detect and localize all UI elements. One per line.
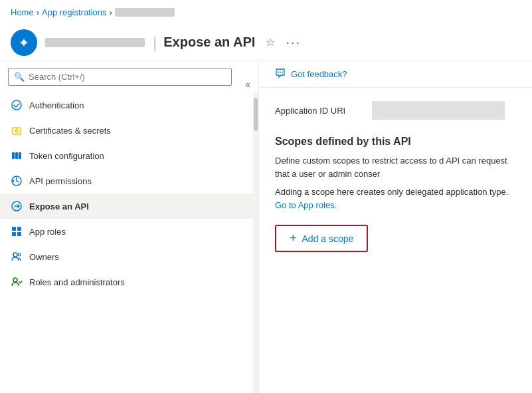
token-label: Token configuration (29, 151, 104, 161)
breadcrumb: Home › App registrations › (0, 0, 532, 24)
scopes-title: Scopes defined by this API (275, 136, 516, 148)
app-id-uri-row: Application ID URI (275, 101, 516, 120)
feedback-bar: Got feedback? (259, 61, 532, 88)
plus-icon: + (290, 231, 297, 245)
page-title: Expose an API (163, 35, 255, 50)
svg-point-3 (15, 130, 18, 132)
svg-rect-13 (17, 232, 21, 236)
svg-rect-4 (12, 152, 15, 159)
svg-rect-11 (17, 227, 21, 231)
breadcrumb-app-registrations[interactable]: App registrations (42, 7, 107, 17)
svg-point-17 (278, 72, 279, 73)
svg-rect-6 (19, 152, 21, 159)
nav-item-app-roles[interactable]: App roles (0, 219, 253, 244)
certificates-label: Certificates & secrets (29, 126, 111, 136)
feedback-icon (275, 68, 286, 80)
go-to-app-roles-link[interactable]: Go to App roles. (275, 200, 337, 210)
app-name-blur (45, 38, 145, 47)
add-scope-button[interactable]: + Add a scope (275, 225, 368, 252)
breadcrumb-home[interactable]: Home (11, 7, 34, 17)
app-icon (11, 29, 37, 56)
owners-label: Owners (29, 252, 59, 262)
nav-item-authentication[interactable]: Authentication (0, 92, 253, 118)
content-section: Application ID URI Scopes defined by thi… (259, 88, 532, 265)
api-permissions-label: API permissions (29, 176, 92, 186)
roles-admin-icon (11, 276, 23, 288)
owners-icon (11, 251, 23, 263)
pin-button[interactable]: ☆ (263, 33, 278, 51)
nav-item-token[interactable]: Token configuration (0, 143, 253, 168)
token-icon (11, 150, 23, 162)
svg-rect-12 (12, 232, 16, 236)
app-id-value (372, 101, 505, 120)
nav-list: Authentication Certificates & secrets (0, 92, 253, 393)
svg-rect-10 (12, 227, 16, 231)
feedback-text[interactable]: Got feedback? (291, 69, 347, 79)
collapse-button[interactable]: « (240, 76, 256, 92)
breadcrumb-sep2: › (110, 7, 112, 17)
authentication-label: Authentication (29, 100, 84, 110)
scrollbar[interactable] (253, 92, 258, 393)
roles-admin-label: Roles and administrators (29, 277, 125, 287)
svg-point-19 (282, 72, 283, 73)
svg-point-18 (280, 72, 281, 73)
certificates-icon (11, 124, 23, 136)
breadcrumb-sep1: › (37, 7, 39, 17)
expose-api-label: Expose an API (29, 201, 89, 211)
app-roles-label: App roles (29, 227, 66, 237)
main-content-area: Got feedback? Application ID URI Scopes … (259, 61, 532, 393)
scopes-desc1: Define custom scopes to restrict access … (275, 154, 516, 180)
svg-rect-5 (15, 152, 18, 159)
svg-point-15 (18, 253, 21, 256)
nav-item-certificates[interactable]: Certificates & secrets (0, 118, 253, 143)
nav-item-owners[interactable]: Owners (0, 244, 253, 269)
svg-point-16 (13, 278, 17, 282)
expose-api-icon (11, 200, 23, 212)
header-divider: | (153, 33, 157, 52)
more-button[interactable]: ··· (283, 32, 304, 53)
page-header: | Expose an API ☆ ··· (0, 24, 532, 61)
sidebar: 🔍 « Authentication (0, 61, 259, 393)
search-icon: 🔍 (14, 72, 25, 82)
scopes-desc2: Adding a scope here creates only delegat… (275, 186, 516, 211)
nav-item-api-permissions[interactable]: API permissions (0, 168, 253, 194)
scroll-thumb (254, 98, 258, 131)
nav-item-roles-administrators[interactable]: Roles and administrators (0, 269, 253, 295)
svg-point-8 (13, 180, 15, 182)
search-box[interactable]: 🔍 (8, 68, 232, 86)
svg-point-1 (12, 100, 21, 110)
scopes-section: Scopes defined by this API Define custom… (275, 136, 516, 252)
authentication-icon (11, 99, 23, 111)
api-permissions-icon (11, 175, 23, 187)
breadcrumb-current (115, 8, 175, 17)
scopes-desc2-text: Adding a scope here creates only delegat… (275, 187, 508, 197)
header-actions: ☆ ··· (263, 32, 304, 53)
app-id-label: Application ID URI (275, 106, 361, 116)
search-row: 🔍 « (0, 61, 258, 92)
add-scope-label: Add a scope (302, 233, 354, 244)
search-input[interactable] (29, 72, 226, 82)
app-roles-icon (11, 225, 23, 237)
nav-item-expose-api[interactable]: Expose an API (0, 194, 253, 219)
svg-point-14 (13, 253, 17, 257)
